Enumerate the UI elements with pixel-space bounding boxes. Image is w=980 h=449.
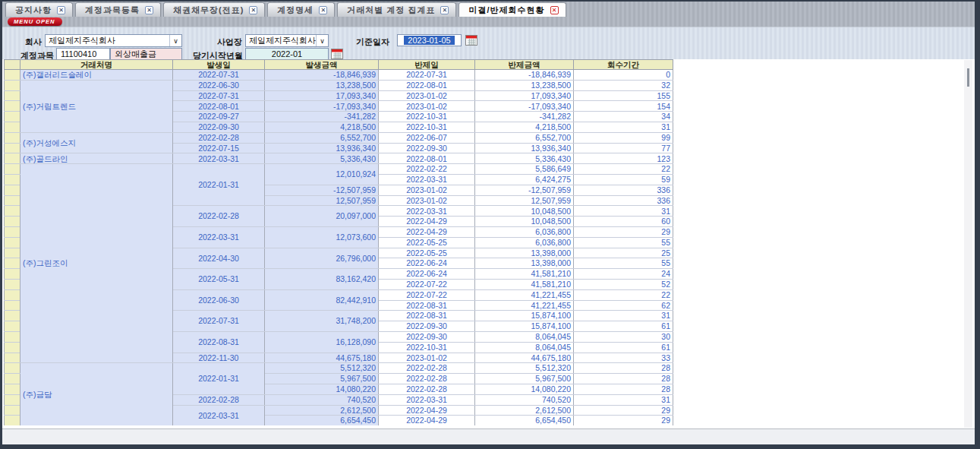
collect-days-cell[interactable]: 30 — [574, 331, 673, 342]
occur-amount-cell[interactable]: 13,238,500 — [265, 80, 379, 90]
column-header[interactable]: 거래처명 — [20, 60, 173, 70]
repay-date-cell[interactable]: 2023-01-02 — [379, 353, 475, 363]
repay-amount-cell[interactable]: -341,282 — [475, 112, 574, 122]
collect-days-cell[interactable]: 34 — [574, 112, 673, 122]
repay-amount-cell[interactable]: 13,238,500 — [475, 80, 574, 90]
row-header-cell[interactable] — [5, 394, 20, 405]
collect-days-cell[interactable]: 28 — [574, 374, 673, 384]
occur-amount-cell[interactable]: 31,748,200 — [265, 311, 379, 332]
repay-amount-cell[interactable]: 41,581,210 — [475, 269, 574, 280]
collect-days-cell[interactable]: 99 — [574, 132, 673, 143]
repay-date-cell[interactable]: 2022-02-28 — [379, 363, 475, 374]
occur-amount-cell[interactable]: 4,218,500 — [265, 122, 379, 132]
row-header-cell[interactable] — [5, 122, 20, 132]
repay-date-cell[interactable]: 2022-03-31 — [379, 394, 475, 405]
collect-days-cell[interactable]: 22 — [574, 289, 673, 300]
row-header-cell[interactable] — [5, 311, 20, 321]
occur-amount-cell[interactable]: 6,552,700 — [265, 132, 379, 143]
occur-date-cell[interactable]: 2022-07-15 — [173, 143, 265, 153]
base-date-input[interactable]: 2023-01-05 — [397, 34, 462, 46]
occur-date-cell[interactable]: 2022-02-28 — [173, 394, 265, 405]
repay-date-cell[interactable]: 2022-06-07 — [379, 132, 475, 143]
occur-amount-cell[interactable]: -341,282 — [265, 112, 379, 122]
collect-days-cell[interactable]: 60 — [574, 217, 673, 227]
row-header-cell[interactable] — [5, 112, 20, 122]
repay-amount-cell[interactable]: 14,080,220 — [475, 384, 574, 394]
occur-date-cell[interactable]: 2022-01-31 — [173, 363, 265, 394]
row-header-cell[interactable] — [5, 70, 20, 81]
collect-days-cell[interactable]: 0 — [574, 70, 673, 81]
occur-date-cell[interactable]: 2022-04-30 — [173, 248, 265, 269]
repay-amount-cell[interactable]: 41,581,210 — [475, 279, 574, 289]
company-select[interactable]: 제일제지주식회사 ∨ — [45, 34, 182, 47]
row-header-cell[interactable] — [5, 279, 20, 289]
collect-days-cell[interactable]: 33 — [574, 353, 673, 363]
row-header-cell[interactable] — [5, 132, 20, 143]
column-header[interactable]: 회수기간 — [574, 60, 673, 70]
vendor-cell[interactable]: (주)골드라인 — [20, 153, 173, 164]
table-row[interactable]: (주)금담2022-01-315,512,3202022-02-285,512,… — [5, 363, 673, 374]
table-row[interactable]: (주)그린조이2022-01-3112,010,9242022-02-225,5… — [5, 164, 673, 175]
vendor-cell[interactable]: (주)거성에스지 — [20, 132, 173, 153]
row-header-cell[interactable] — [5, 353, 20, 363]
repay-amount-cell[interactable]: 15,874,100 — [475, 311, 574, 321]
row-header-cell[interactable] — [5, 90, 20, 101]
column-header[interactable]: 발생금액 — [265, 60, 379, 70]
repay-amount-cell[interactable]: 17,093,340 — [475, 90, 574, 101]
repay-amount-cell[interactable]: 8,064,045 — [475, 342, 574, 353]
row-header-cell[interactable] — [5, 101, 20, 112]
column-header[interactable]: 반제금액 — [475, 60, 574, 70]
repay-amount-cell[interactable]: -12,507,959 — [475, 185, 574, 195]
repay-amount-cell[interactable]: -17,093,340 — [475, 101, 574, 112]
repay-date-cell[interactable]: 2022-06-24 — [379, 269, 475, 280]
occur-amount-cell[interactable]: 17,093,340 — [265, 90, 379, 101]
repay-date-cell[interactable]: 2022-08-31 — [379, 311, 475, 321]
period-input[interactable]: 2022-01 — [245, 48, 329, 60]
occur-amount-cell[interactable]: 20,097,000 — [265, 206, 379, 227]
row-header-cell[interactable] — [5, 416, 20, 425]
row-header-cell[interactable] — [5, 80, 20, 90]
repay-amount-cell[interactable]: 41,221,455 — [475, 300, 574, 311]
tab-item[interactable]: 거래처별 계정 집계표✕ — [337, 2, 456, 17]
row-header-cell[interactable] — [5, 206, 20, 217]
repay-date-cell[interactable]: 2022-07-31 — [379, 70, 475, 81]
column-header[interactable]: 반제일 — [379, 60, 475, 70]
tab-item[interactable]: 계정명세✕ — [267, 2, 335, 17]
chevron-down-icon[interactable]: ∨ — [169, 35, 181, 46]
row-header-cell[interactable] — [5, 363, 20, 374]
collect-days-cell[interactable]: 25 — [574, 248, 673, 258]
occur-date-cell[interactable]: 2022-07-31 — [173, 70, 265, 81]
column-header[interactable]: 발생일 — [173, 60, 265, 70]
repay-amount-cell[interactable]: 6,036,800 — [475, 237, 574, 248]
row-header-cell[interactable] — [5, 248, 20, 258]
occur-date-cell[interactable]: 2022-09-30 — [173, 122, 265, 132]
repay-amount-cell[interactable]: -18,846,939 — [475, 70, 574, 81]
collect-days-cell[interactable]: 31 — [574, 206, 673, 217]
collect-days-cell[interactable]: 55 — [574, 237, 673, 248]
collect-days-cell[interactable]: 29 — [574, 405, 673, 416]
occur-date-cell[interactable]: 2022-07-31 — [173, 311, 265, 332]
repay-amount-cell[interactable]: 740,520 — [475, 394, 574, 405]
repay-date-cell[interactable]: 2022-04-29 — [379, 405, 475, 416]
repay-amount-cell[interactable]: 13,936,340 — [475, 143, 574, 153]
occur-amount-cell[interactable]: 12,507,959 — [265, 195, 379, 206]
repay-amount-cell[interactable]: 13,398,000 — [475, 248, 574, 258]
tab-active[interactable]: 미결/반제회수현황✕ — [458, 2, 566, 17]
collect-days-cell[interactable]: 61 — [574, 342, 673, 353]
vertical-scrollbar-thumb[interactable] — [967, 68, 969, 87]
repay-amount-cell[interactable]: 5,336,430 — [475, 153, 574, 164]
repay-date-cell[interactable]: 2022-10-31 — [379, 342, 475, 353]
row-header-cell[interactable] — [5, 342, 20, 353]
row-header-cell[interactable] — [5, 374, 20, 384]
occur-amount-cell[interactable]: 5,336,430 — [265, 153, 379, 164]
repay-date-cell[interactable]: 2022-04-29 — [379, 416, 475, 425]
vendor-cell[interactable]: (주)그린조이 — [20, 164, 173, 363]
repay-date-cell[interactable]: 2023-01-02 — [379, 185, 475, 195]
occur-amount-cell[interactable]: 16,128,090 — [265, 331, 379, 353]
collect-days-cell[interactable]: 31 — [574, 394, 673, 405]
collect-days-cell[interactable]: 31 — [574, 311, 673, 321]
tab-item[interactable]: 공지사항✕ — [5, 2, 73, 17]
account-name-field[interactable]: 외상매출금 — [110, 48, 182, 60]
repay-date-cell[interactable]: 2022-10-31 — [379, 112, 475, 122]
row-header-cell[interactable] — [5, 331, 20, 342]
